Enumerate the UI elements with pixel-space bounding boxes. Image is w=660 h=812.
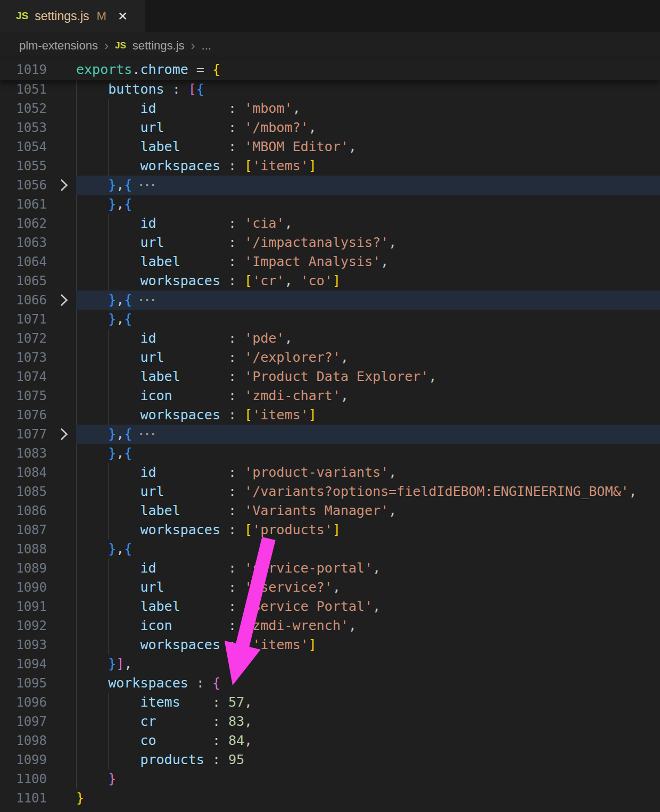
indent-guide	[76, 769, 77, 789]
code-line[interactable]: 1056 },{···	[0, 176, 660, 195]
tab-settings-js[interactable]: JS settings.js M ×	[0, 0, 145, 32]
indent-guide	[76, 693, 77, 712]
code-line[interactable]: 1074 label : 'Product Data Explorer',	[0, 367, 660, 386]
code-text: label : 'Variants Manager',	[76, 501, 660, 520]
code-line[interactable]: 1072 id : 'pde',	[0, 329, 660, 348]
fold-chevron-icon[interactable]	[55, 179, 68, 192]
code-line[interactable]: 1055 workspaces : ['items']	[0, 156, 660, 176]
indent-guide	[76, 329, 77, 348]
token: :	[228, 503, 244, 518]
token: {	[124, 426, 132, 442]
code-text: workspaces : ['cr', 'co']	[76, 271, 660, 291]
code-line[interactable]: 1096 items : 57,	[0, 693, 660, 712]
token: ,	[333, 579, 341, 595]
token: ,	[244, 733, 252, 748]
indent-guide	[76, 310, 77, 329]
code-line[interactable]: 1086 label : 'Variants Manager',	[0, 501, 660, 520]
git-modified-badge: M	[97, 9, 106, 23]
fold-gutter	[47, 181, 76, 189]
token: ,	[244, 694, 252, 710]
line-number: 1085	[0, 484, 47, 499]
token: ,	[349, 139, 357, 154]
breadcrumb-symbol-more[interactable]: ...	[202, 39, 211, 53]
line-number: 1063	[0, 235, 47, 250]
code-line[interactable]: 1099 products : 95	[0, 750, 660, 769]
line-number: 1084	[0, 465, 47, 480]
code-line[interactable]: 1073 url : '/explorer?',	[0, 348, 660, 367]
code-line[interactable]: 1093 workspaces : ['items']	[0, 635, 660, 654]
code-line[interactable]: 1084 id : 'product-variants',	[0, 463, 660, 482]
indent-guide	[76, 252, 77, 271]
breadcrumb-file[interactable]: settings.js	[133, 39, 185, 53]
token	[76, 445, 108, 461]
code-text: workspaces : ['items']	[76, 405, 660, 425]
code-line[interactable]: 1052 id : 'mbom',	[0, 99, 660, 118]
token: :	[228, 254, 244, 269]
code-line[interactable]: 1091 label : 'Service Portal',	[0, 597, 660, 616]
javascript-file-icon: JS	[16, 10, 28, 22]
tab-bar: JS settings.js M ×	[0, 0, 660, 32]
code-line[interactable]: 1083 },{	[0, 444, 660, 463]
token: :	[228, 330, 244, 346]
close-icon[interactable]: ×	[118, 8, 128, 24]
token: id	[140, 465, 228, 480]
code-line[interactable]: 1053 url : '/mbom?',	[0, 118, 660, 137]
token: [	[244, 273, 252, 288]
code-text: url : '/variants?options=fieldIdEBOM:ENG…	[76, 482, 660, 501]
code-text: id : 'cia',	[76, 214, 660, 233]
code-line[interactable]: 1088 },{	[0, 540, 660, 559]
code-lines[interactable]: 1051 buttons : [{1052 id : 'mbom',1053 u…	[0, 80, 660, 808]
code-line[interactable]: 1063 url : '/impactanalysis?',	[0, 233, 660, 252]
token: {	[196, 81, 204, 97]
token: [	[244, 158, 252, 173]
code-line[interactable]: 1051 buttons : [{	[0, 80, 660, 99]
token: label	[140, 139, 228, 154]
chevron-right-icon: ›	[191, 38, 195, 53]
code-line[interactable]: 1098 co : 84,	[0, 731, 660, 750]
code-line[interactable]: 1097 cr : 83,	[0, 712, 660, 731]
fold-chevron-icon[interactable]	[55, 428, 68, 441]
fold-chevron-icon[interactable]	[55, 294, 68, 306]
code-line[interactable]: 1076 workspaces : ['items']	[0, 405, 660, 425]
token: url	[140, 484, 228, 499]
token: url	[140, 350, 228, 365]
code-line[interactable]: 1066 },{···	[0, 291, 660, 310]
token: 'service-portal'	[244, 560, 373, 576]
code-text: },{···	[76, 176, 660, 195]
sticky-scroll-line[interactable]: 1019 exports.chrome = {	[0, 60, 660, 80]
token: ,	[116, 311, 124, 327]
line-number: 1054	[0, 139, 47, 154]
code-line[interactable]: 1071 },{	[0, 310, 660, 329]
code-line[interactable]: 1077 },{···	[0, 425, 660, 444]
token: :	[228, 101, 244, 116]
code-line[interactable]: 1064 label : 'Impact Analysis',	[0, 252, 660, 271]
token: ]	[309, 407, 317, 422]
code-line[interactable]: 1065 workspaces : ['cr', 'co']	[0, 271, 660, 291]
code-text: id : 'service-portal',	[76, 559, 660, 578]
code-line[interactable]: 1054 label : 'MBOM Editor',	[0, 137, 660, 156]
code-line[interactable]: 1094 }],	[0, 654, 660, 674]
code-line[interactable]: 1061 },{	[0, 195, 660, 214]
code-line[interactable]: 1092 icon : 'zmdi-wrench',	[0, 616, 660, 635]
token	[76, 675, 108, 691]
code-text: products : 95	[76, 750, 660, 769]
code-text: id : 'mbom',	[76, 99, 660, 118]
token: 'Service Portal'	[244, 599, 373, 614]
token	[76, 177, 108, 193]
token: }	[108, 445, 116, 461]
breadcrumb-folder[interactable]: plm-extensions	[19, 39, 98, 53]
code-line[interactable]: 1101}	[0, 789, 660, 808]
code-line[interactable]: 1062 id : 'cia',	[0, 214, 660, 233]
indent-guide	[108, 712, 109, 731]
code-line[interactable]: 1087 workspaces : ['products']	[0, 520, 660, 540]
token: :	[228, 139, 244, 154]
token: {	[124, 196, 132, 212]
code-line[interactable]: 1075 icon : 'zmdi-chart',	[0, 386, 660, 405]
code-line[interactable]: 1089 id : 'service-portal',	[0, 559, 660, 578]
code-line[interactable]: 1100 }	[0, 769, 660, 789]
token: .	[132, 62, 140, 77]
token: }	[108, 196, 116, 212]
code-line[interactable]: 1090 url : '/service?',	[0, 578, 660, 597]
code-line[interactable]: 1085 url : '/variants?options=fieldIdEBO…	[0, 482, 660, 501]
code-line[interactable]: 1095 workspaces : {	[0, 674, 660, 693]
